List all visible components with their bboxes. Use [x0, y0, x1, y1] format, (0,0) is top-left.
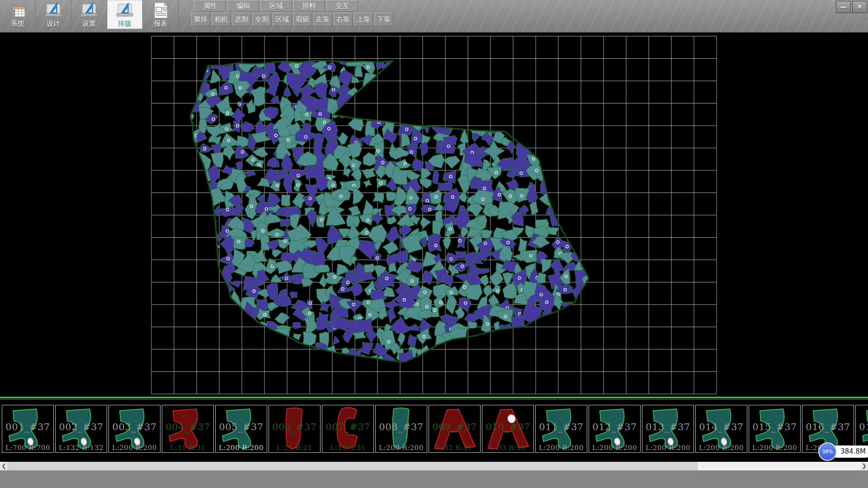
part-thumbnail[interactable]: 013_#37L:200 R:200 — [642, 405, 694, 453]
tool-button-row: 聚排 相机 选割 全割 区域 瑕疵 左靠 右靠 上靠 下靠 — [191, 13, 393, 27]
part-thumbnail[interactable]: 009_#37L:32 R:31 — [429, 405, 481, 453]
memory-percent-circle[interactable]: 38% — [818, 442, 837, 461]
menu-tab-row: 属性 编辑 区域 排料 交互 — [194, 0, 358, 12]
nav-button-design[interactable]: 设计 — [36, 0, 71, 29]
part-name-label: 006_#37 — [269, 422, 320, 432]
part-thumbnail[interactable]: 015_#37L:200 R:200 — [749, 405, 801, 453]
design-ruler-icon — [44, 1, 62, 19]
strip-accent-line — [0, 399, 868, 399]
nav-label: 排版 — [107, 19, 142, 28]
tool-cut-all[interactable]: 全割 — [252, 13, 271, 26]
part-thumbnail[interactable]: 008_#37L:200 R:200 — [375, 405, 427, 453]
nav-label: 系统 — [0, 19, 35, 28]
nav-button-layout-active[interactable]: 排版 — [107, 0, 143, 29]
tool-select-cut[interactable]: 选割 — [232, 13, 251, 26]
part-name-label: 017_#37 — [856, 422, 868, 432]
nav-button-system[interactable]: 系统 — [0, 0, 36, 29]
window-controls: — ✕ — [836, 1, 867, 13]
part-thumbnail[interactable]: 012_#37L:200 R:200 — [589, 405, 641, 453]
part-name-label: 014_#37 — [696, 422, 747, 432]
part-name-label: 016_#37 — [802, 422, 854, 432]
settings-ruler-icon — [80, 1, 98, 19]
part-lr-count-label: L:200 R:200 — [589, 444, 640, 452]
nesting-canvas[interactable] — [0, 33, 868, 397]
part-lr-count-label: L:21 R:21 — [269, 444, 320, 452]
close-button[interactable]: ✕ — [852, 1, 867, 13]
nav-label: 报表 — [143, 19, 178, 28]
tool-align-left[interactable]: 左靠 — [313, 13, 332, 26]
part-thumbnail[interactable]: 006_#37L:21 R:21 — [269, 405, 321, 453]
menu-tab-region[interactable]: 区域 — [260, 0, 292, 12]
tool-align-top[interactable]: 上靠 — [354, 13, 373, 26]
nesting-canvas-svg — [0, 33, 868, 397]
layout-ruler-icon — [116, 1, 134, 19]
part-name-label: 001_#37 — [2, 422, 53, 432]
tool-region[interactable]: 区域 — [273, 13, 292, 26]
part-lr-count-label: L:31 R:31 — [162, 444, 213, 452]
parts-thumbnail-strip: 001_#37L:700 R:700002_#37L:132 R:132003_… — [0, 397, 868, 453]
part-name-label: 015_#37 — [749, 422, 800, 432]
menu-tab-edit[interactable]: 编辑 — [227, 0, 259, 12]
tool-camera[interactable]: 相机 — [212, 13, 231, 26]
nav-button-report[interactable]: 报表 — [143, 0, 179, 29]
part-thumbnail[interactable]: 014_#37L:200 R:200 — [695, 405, 747, 453]
part-lr-count-label: L:200 R:200 — [536, 444, 587, 452]
nesting-app-window: 系统 设计 设置 — [0, 0, 868, 488]
part-thumbnail[interactable]: 005_#37L:200 R:200 — [215, 405, 267, 453]
part-lr-count-label: L:200 R:200 — [216, 444, 267, 452]
minimize-button[interactable]: — — [836, 1, 851, 13]
part-name-label: 007_#37 — [322, 422, 373, 432]
part-thumbnail[interactable]: 003_#37L:200 R:200 — [108, 405, 160, 453]
part-lr-count-label: L:200 R:200 — [109, 444, 160, 452]
part-name-label: 002_#37 — [56, 422, 107, 432]
part-lr-count-label: L:700 R:700 — [2, 444, 53, 452]
tool-cluster-nest[interactable]: 聚排 — [191, 13, 210, 26]
scrollbar-thumb[interactable] — [8, 462, 698, 470]
system-gear-icon — [9, 1, 27, 19]
report-document-icon — [151, 1, 170, 19]
nav-label: 设计 — [36, 19, 71, 28]
titlebar: 系统 设计 设置 — [0, 0, 868, 33]
part-name-label: 009_#37 — [429, 422, 480, 432]
tool-align-bottom[interactable]: 下靠 — [374, 13, 393, 26]
part-name-label: 008_#37 — [376, 422, 427, 432]
part-lr-count-label: L:33 R:33 — [482, 444, 533, 452]
part-lr-count-label: L:200 R:200 — [749, 444, 800, 452]
menu-tab-interaction[interactable]: 交互 — [326, 0, 358, 12]
memory-usage-badge[interactable]: 38% 384.8M — [818, 442, 868, 461]
part-lr-count-label: L:200 R:200 — [696, 444, 747, 452]
part-lr-count-label: L:132 R:132 — [56, 444, 107, 452]
part-thumbnail[interactable]: 007_#37L:31 R:31 — [322, 405, 374, 453]
part-lr-count-label: L:200 R:200 — [376, 444, 427, 452]
status-bar — [0, 470, 868, 488]
menu-tab-nesting[interactable]: 排料 — [293, 0, 325, 12]
part-thumbnail[interactable]: 010_#37L:33 R:33 — [482, 405, 534, 453]
scroll-left-arrow-icon[interactable]: ❮ — [0, 462, 8, 470]
part-name-label: 013_#37 — [642, 422, 693, 432]
menu-tab-properties[interactable]: 属性 — [194, 0, 226, 12]
nav-button-settings[interactable]: 设置 — [71, 0, 107, 29]
part-lr-count-label: L:200 R:200 — [642, 444, 693, 452]
part-lr-count-label: L:32 R:31 — [429, 444, 480, 452]
part-thumbnail[interactable]: 004_#37L:31 R:31 — [162, 405, 214, 453]
tool-defect[interactable]: 瑕疵 — [293, 13, 312, 26]
part-lr-count-label: L:31 R:31 — [322, 444, 373, 452]
part-name-label: 010_#37 — [482, 422, 533, 432]
horizontal-scrollbar[interactable]: ❮ ❯ — [0, 462, 868, 470]
tool-align-right[interactable]: 右靠 — [334, 13, 353, 26]
scroll-right-arrow-icon[interactable]: ❯ — [860, 462, 868, 470]
part-name-label: 005_#37 — [216, 422, 267, 432]
main-nav-toolbar: 系统 设计 设置 — [0, 0, 179, 29]
part-thumbnail[interactable]: 011_#37L:200 R:200 — [535, 405, 587, 453]
part-thumbnail[interactable]: 001_#37L:700 R:700 — [2, 405, 54, 453]
part-name-label: 004_#37 — [162, 422, 213, 432]
nav-label: 设置 — [71, 19, 107, 28]
part-name-label: 012_#37 — [589, 422, 640, 432]
part-thumbnail[interactable]: 002_#37L:132 R:132 — [55, 405, 107, 453]
part-name-label: 003_#37 — [109, 422, 160, 432]
part-name-label: 011_#37 — [536, 422, 587, 432]
